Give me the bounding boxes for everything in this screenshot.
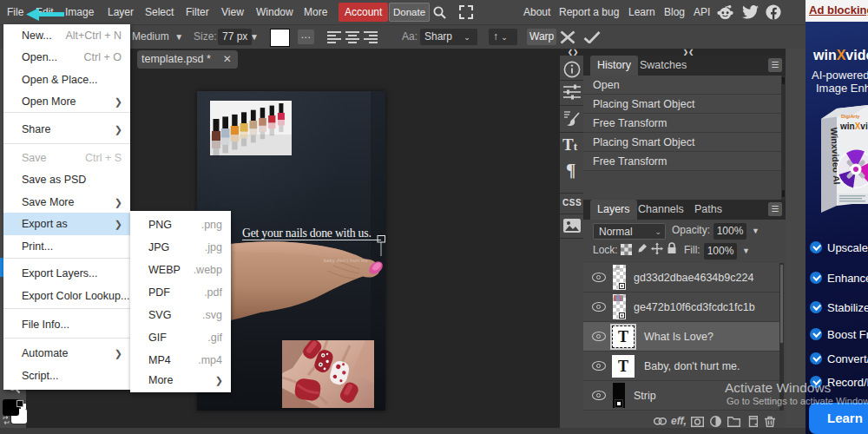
svg-text:Get your nails done with us.: Get your nails done with us. bbox=[242, 227, 372, 240]
svg-text:baby don't hurt me: baby don't hurt me bbox=[324, 258, 368, 263]
svg-text:winXvi: winXvi bbox=[839, 122, 868, 131]
svg-text:DigiArty: DigiArty bbox=[841, 114, 860, 119]
